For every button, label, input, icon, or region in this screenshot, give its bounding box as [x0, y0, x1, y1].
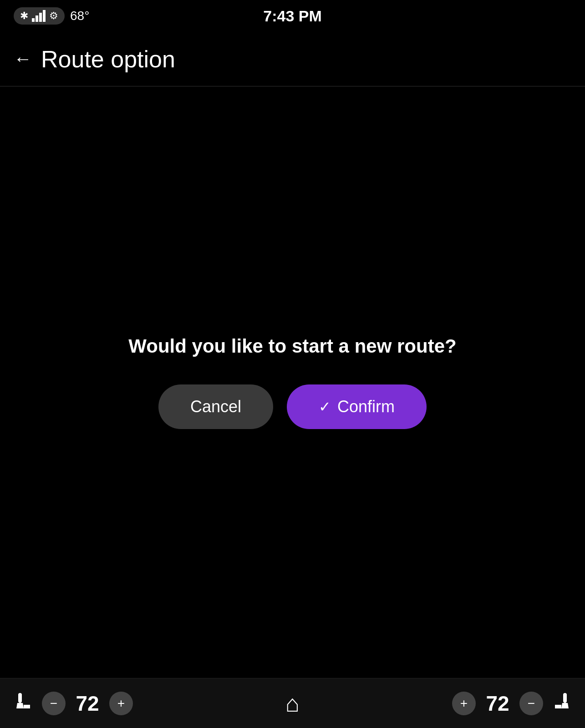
right-decrease-button[interactable]: −	[519, 692, 543, 715]
bottom-right-controls: + 72 −	[452, 691, 571, 716]
confirm-label: Confirm	[337, 397, 395, 416]
bottom-center: ⌂	[285, 690, 300, 717]
bottom-left-controls: − 72 +	[14, 691, 133, 716]
left-seat-icon	[14, 691, 34, 716]
header: ← Route option	[0, 32, 585, 86]
left-increase-button[interactable]: +	[109, 692, 133, 715]
home-icon[interactable]: ⌂	[285, 690, 300, 717]
main-content: Would you like to start a new route? Can…	[0, 86, 585, 678]
settings-icon: ⚙	[49, 10, 58, 22]
signal-bars	[32, 10, 46, 22]
right-seat-icon	[551, 691, 571, 716]
status-left: ✱ ⚙ 68°	[14, 7, 89, 25]
left-decrease-button[interactable]: −	[42, 692, 66, 715]
checkmark-icon: ✓	[319, 398, 331, 415]
back-button[interactable]: ←	[14, 49, 32, 69]
bluetooth-icon: ✱	[20, 10, 28, 22]
cancel-button[interactable]: Cancel	[158, 384, 273, 429]
dialog-question: Would you like to start a new route?	[128, 335, 456, 357]
page-title: Route option	[41, 46, 175, 73]
status-icons: ✱ ⚙	[14, 7, 65, 25]
status-bar: ✱ ⚙ 68° 7:43 PM	[0, 0, 585, 32]
right-increase-button[interactable]: +	[452, 692, 476, 715]
right-seat-count: 72	[484, 691, 511, 716]
time-display: 7:43 PM	[263, 7, 322, 25]
dialog-buttons: Cancel ✓ Confirm	[158, 384, 427, 429]
confirm-button[interactable]: ✓ Confirm	[287, 384, 427, 429]
temperature-display: 68°	[70, 9, 89, 23]
bottom-bar: − 72 + ⌂ + 72 −	[0, 678, 585, 728]
left-seat-count: 72	[74, 691, 101, 716]
